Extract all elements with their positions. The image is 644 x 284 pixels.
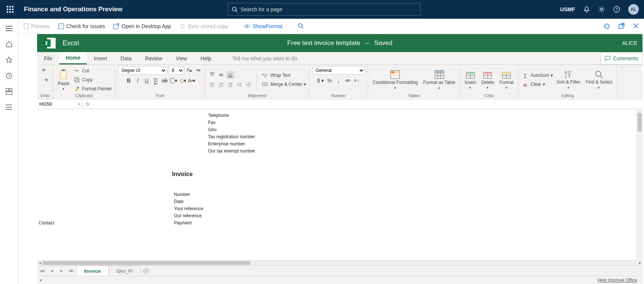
underline-button[interactable]: U [143,77,150,84]
copy-button[interactable]: Copy [73,76,112,84]
borders-button[interactable]: ▾ [170,77,177,84]
increase-decimal-button[interactable]: .00 [344,77,351,84]
align-bottom-button[interactable] [226,71,234,79]
gear-icon[interactable] [598,6,605,13]
format-as-table-button[interactable]: Format as Table▾ [422,69,457,90]
sync-label: Sync stored copy [188,23,228,29]
tab-home[interactable]: Home [59,52,87,64]
waffle-icon[interactable] [5,4,15,14]
decrease-decimal-button[interactable]: .0 [353,77,360,84]
sheet-tab-giro[interactable]: Giro_FI [109,266,141,276]
showformat-button[interactable]: ShowFormat [244,23,282,29]
font-size-select[interactable]: 8 [168,66,184,75]
global-search-input[interactable] [241,6,416,12]
italic-button[interactable]: I [134,77,141,84]
tell-me-search[interactable]: Tell me what you want to do [226,52,304,64]
clear-button[interactable]: Clear ▾ [521,81,553,88]
open-desktop-button[interactable]: Open in Desktop App [113,23,171,29]
sheet-nav-last[interactable]: ⏭ [66,268,76,274]
eye-icon [244,24,250,29]
tab-help[interactable]: Help [194,52,218,64]
excel-embed: Excel Free text invoice template – Saved… [18,34,644,284]
cut-button[interactable]: ✂Cut [73,67,112,75]
paste-button[interactable]: Paste ▾ [56,68,71,91]
find-select-button[interactable]: Find & Select▾ [584,69,614,90]
wrap-text-button[interactable]: abWrap Text [261,72,306,79]
fx-icon[interactable]: fx [86,101,90,107]
format-cells-button[interactable]: Format▾ [498,69,515,90]
help-improve-link[interactable]: Help Improve Office [598,278,637,283]
formula-input[interactable] [93,101,640,107]
conditional-formatting-button[interactable]: Conditional Formatting▾ [371,69,419,90]
status-menu-button[interactable]: ▾ [37,278,45,283]
preview-button[interactable]: Preview [24,23,50,29]
decrease-font-button[interactable]: A▾ [195,66,202,74]
redo-button[interactable] [41,76,49,84]
sync-button[interactable]: Sync stored copy [180,23,228,29]
help-icon[interactable]: ? [613,6,620,13]
autosum-button[interactable]: ∑AutoSum ▾ [521,72,553,79]
font-name-select[interactable]: Segoe UI [118,66,167,75]
strikethrough-button[interactable]: ab [161,77,168,84]
hamburger-icon[interactable] [4,24,13,33]
increase-indent-button[interactable] [244,81,252,88]
worksheet[interactable]: Telephone Fax Giro Tax registration numb… [37,109,637,260]
sheet-nav-prev[interactable]: ◂ [47,268,57,274]
vertical-scrollbar[interactable] [637,109,643,260]
undo-button[interactable] [41,66,49,74]
align-left-button[interactable] [208,81,216,88]
align-center-button[interactable] [217,81,225,88]
format-painter-button[interactable]: Format Painter [73,85,112,93]
refresh-button[interactable] [604,23,610,30]
sheet-tab-invoice[interactable]: Invoice [76,266,109,276]
percent-button[interactable]: % [326,77,333,84]
fill-color-button[interactable]: ▾ [179,77,186,84]
align-top-button[interactable] [208,71,216,79]
add-sheet-button[interactable] [141,268,152,274]
increase-font-button[interactable]: A▴ [186,66,193,74]
bell-icon[interactable] [583,6,590,13]
tab-review[interactable]: Review [138,52,169,64]
svg-text:Z: Z [565,75,567,79]
number-format-select[interactable]: General [312,66,365,75]
accounting-button[interactable]: $ ▾ [317,77,324,84]
workspaces-icon[interactable] [4,87,13,96]
delete-cells-button[interactable]: Delete▾ [480,69,496,90]
sheet-nav-first[interactable]: ⏮ [37,268,47,274]
star-icon[interactable] [4,55,13,64]
scroll-right-button[interactable]: ▸ [637,261,643,265]
tab-view[interactable]: View [169,52,194,64]
avatar[interactable]: AL [628,4,639,15]
tab-file[interactable]: File [37,52,59,64]
close-button[interactable] [633,23,639,30]
sheet-tabs: ⏮ ◂ ▸ ⏭ Invoice Giro_FI [37,265,643,276]
tab-data[interactable]: Data [114,52,138,64]
name-box[interactable]: HG50▾ [37,99,83,109]
align-right-button[interactable] [226,81,234,88]
legal-entity[interactable]: USMF [560,6,575,12]
align-middle-button[interactable] [217,71,225,79]
comments-button[interactable]: Comments [601,52,643,64]
modules-icon[interactable] [4,103,13,112]
bold-button[interactable]: B [125,77,132,84]
scroll-left-button[interactable]: ◂ [37,261,42,265]
cell-telephone: Telephone [208,113,229,118]
font-color-button[interactable]: A▾ [188,77,195,84]
collapse-ribbon-button[interactable]: ˄ [617,65,627,99]
home-icon[interactable] [4,40,13,49]
decrease-indent-button[interactable] [235,81,243,88]
sort-filter-button[interactable]: AZSort & Filter▾ [555,69,582,90]
global-search[interactable] [228,3,421,16]
svg-rect-46 [76,79,79,82]
recent-icon[interactable] [4,71,13,80]
double-underline-button[interactable]: D [152,77,159,84]
comma-button[interactable]: , [335,77,342,84]
search-small-button[interactable] [298,23,304,29]
tab-insert[interactable]: Insert [87,52,114,64]
insert-cells-button[interactable]: Insert▾ [463,69,478,90]
sheet-nav-next[interactable]: ▸ [57,268,66,274]
check-issues-button[interactable]: Check for issues [58,23,105,29]
merge-center-button[interactable]: Merge & Center ▾ [261,81,306,88]
horizontal-scrollbar[interactable]: ◂ ▸ [37,260,643,265]
popout-button[interactable] [619,23,625,30]
